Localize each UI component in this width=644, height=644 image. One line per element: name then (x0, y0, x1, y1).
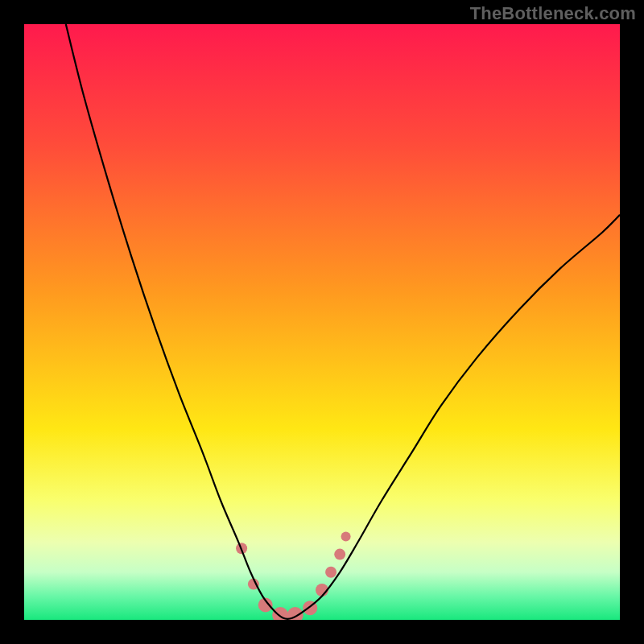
highlight-dot (341, 531, 351, 541)
highlight-dot (325, 567, 336, 578)
gradient-background (24, 24, 620, 620)
plot-area (24, 24, 620, 620)
chart-svg (24, 24, 620, 620)
chart-frame: TheBottleneck.com (0, 0, 644, 644)
highlight-dot (334, 549, 345, 560)
watermark-text: TheBottleneck.com (470, 3, 636, 24)
